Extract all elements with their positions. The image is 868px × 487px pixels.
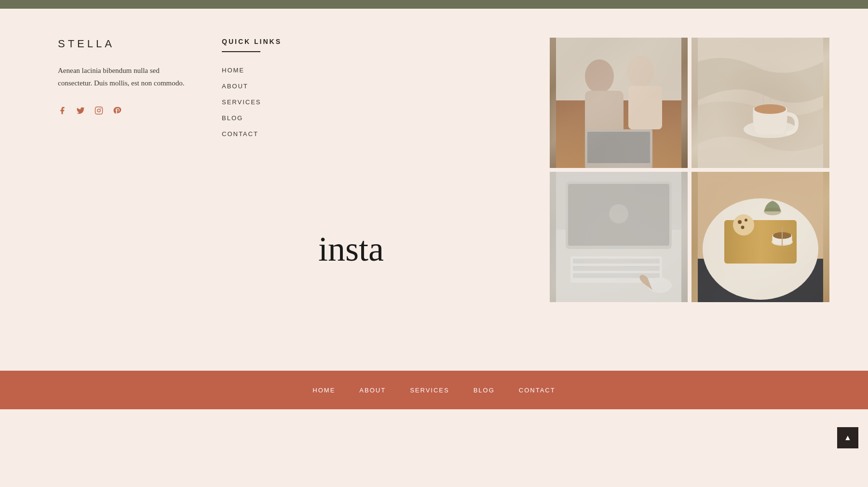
links-column: QUICK LINKS HOME ABOUT SERVICES BLOG CON…	[222, 38, 328, 332]
instagram-icon[interactable]	[95, 106, 103, 117]
svg-rect-22	[573, 259, 660, 264]
svg-rect-9	[628, 86, 662, 129]
photo-1[interactable]	[550, 38, 688, 168]
svg-point-36	[745, 219, 747, 222]
svg-point-35	[738, 220, 742, 224]
svg-rect-23	[573, 266, 660, 271]
nav-link-about[interactable]: ABOUT	[222, 83, 328, 90]
main-content: STELLA Aenean lacinia bibendum nulla sed…	[0, 9, 868, 371]
brand-description: Aenean lacinia bibendum nulla sed consec…	[58, 65, 193, 89]
nav-link-blog[interactable]: BLOG	[222, 114, 328, 122]
footer: HOME ABOUT SERVICES BLOG CONTACT	[0, 371, 868, 409]
svg-point-1	[97, 109, 100, 112]
footer-link-blog[interactable]: BLOG	[474, 387, 495, 394]
scroll-top-button[interactable]: ▲	[837, 427, 858, 448]
insta-label: insta	[318, 229, 384, 269]
nav-link-contact[interactable]: CONTACT	[222, 130, 328, 138]
svg-point-8	[627, 56, 654, 87]
facebook-icon[interactable]	[58, 106, 67, 117]
photo-2[interactable]	[692, 38, 829, 168]
twitter-icon[interactable]	[76, 106, 85, 117]
nav-link-services[interactable]: SERVICES	[222, 98, 328, 106]
svg-point-15	[754, 104, 786, 114]
photo-3[interactable]	[550, 172, 688, 302]
quick-links-title: QUICK LINKS	[222, 38, 328, 45]
photo-grid	[550, 38, 829, 302]
svg-point-6	[585, 59, 614, 93]
svg-point-25	[648, 278, 672, 293]
footer-link-contact[interactable]: CONTACT	[519, 387, 556, 394]
pinterest-icon[interactable]	[113, 106, 122, 117]
quick-links-divider	[222, 51, 260, 52]
photo-4[interactable]	[692, 172, 829, 302]
svg-rect-11	[587, 132, 650, 163]
footer-link-home[interactable]: HOME	[312, 387, 335, 394]
footer-link-services[interactable]: SERVICES	[410, 387, 449, 394]
nav-link-home[interactable]: HOME	[222, 67, 328, 74]
quick-links-nav: HOME ABOUT SERVICES BLOG CONTACT	[222, 67, 328, 138]
footer-link-about[interactable]: ABOUT	[359, 387, 386, 394]
svg-point-37	[741, 226, 745, 229]
top-stripe	[0, 0, 868, 9]
brand-title: STELLA	[58, 38, 193, 50]
insta-column: insta	[357, 38, 829, 332]
brand-column: STELLA Aenean lacinia bibendum nulla sed…	[58, 38, 193, 332]
svg-point-34	[733, 214, 754, 236]
scroll-top-icon: ▲	[844, 433, 852, 442]
svg-point-2	[100, 108, 101, 109]
social-icons	[58, 106, 193, 117]
svg-rect-7	[585, 91, 624, 134]
svg-rect-0	[95, 107, 103, 114]
svg-point-20	[609, 204, 628, 223]
